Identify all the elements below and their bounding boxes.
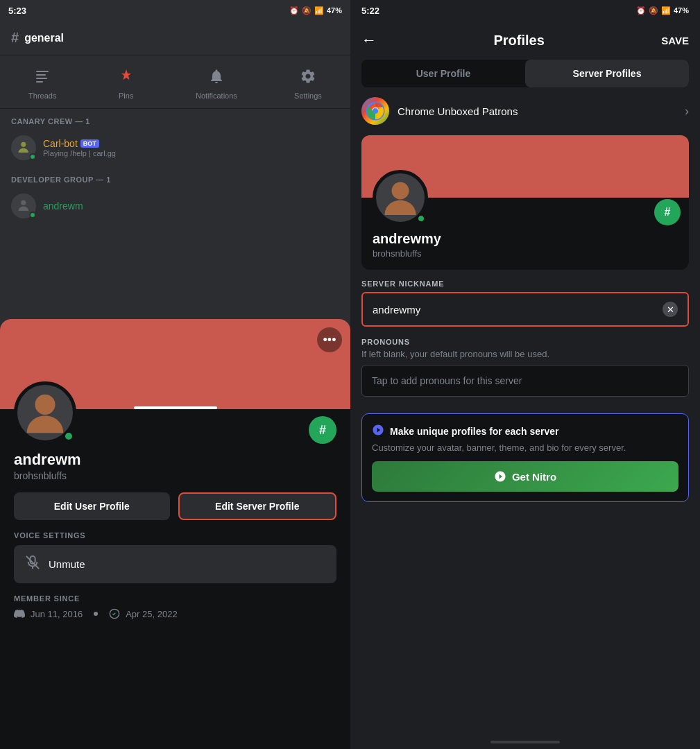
unmute-row[interactable]: Unmute — [14, 545, 336, 583]
profile-username-left: andrewm — [14, 451, 336, 469]
bot-badge: BOT — [80, 139, 99, 148]
svg-point-6 — [35, 395, 55, 415]
andrewm-avatar-img — [16, 198, 31, 214]
left-status-bar: 5:23 ⏰ 🔕 📶 47% — [0, 0, 350, 21]
profile-card-right: # andrewmy brohsnbluffs — [361, 135, 689, 270]
unmute-label: Unmute — [49, 558, 85, 570]
server-since-date: Apr 25, 2022 — [126, 609, 177, 619]
settings-icon — [296, 64, 321, 89]
battery-right: 47% — [674, 6, 689, 15]
mute-icon-r: 🔕 — [649, 6, 658, 15]
andrewm-item[interactable]: andrewm — [11, 189, 339, 223]
pins-action[interactable]: Pins — [114, 64, 139, 100]
profile-online-dot-right — [416, 214, 426, 223]
tab-user-profile[interactable]: User Profile — [361, 60, 525, 87]
chevron-right-icon: › — [685, 104, 689, 119]
more-menu-btn[interactable]: ••• — [317, 327, 342, 352]
tab-bar: User Profile Server Profiles — [361, 60, 689, 87]
channel-actions: Threads Pins Notifications — [0, 55, 350, 109]
channel-name: general — [24, 32, 64, 44]
member-since-section: MEMBER SINCE Jun 11, 2016 Apr 25, 2022 — [0, 594, 350, 619]
tab-server-profiles[interactable]: Server Profiles — [525, 60, 689, 87]
edit-user-profile-btn[interactable]: Edit User Profile — [14, 492, 170, 520]
svg-point-4 — [21, 142, 26, 147]
threads-icon — [30, 64, 55, 89]
notifications-action[interactable]: Notifications — [196, 64, 237, 100]
hash-btn-right[interactable]: # — [654, 199, 681, 225]
dev-group-label: DEVELOPER GROUP — 1 — [11, 175, 339, 184]
carlbot-avatar-img — [16, 140, 31, 155]
svg-point-12 — [373, 108, 378, 114]
server-list-item[interactable]: Chrome Unboxed Patrons › — [350, 87, 700, 135]
carlbot-online-dot — [29, 153, 36, 160]
voice-settings-section: VOICE SETTINGS Unmute — [0, 531, 350, 594]
nitro-svg-icon — [372, 424, 384, 436]
hash-icon-left: # — [319, 423, 326, 438]
threads-action[interactable]: Threads — [28, 64, 56, 100]
pins-icon — [114, 64, 139, 89]
back-btn[interactable]: ← — [361, 31, 377, 49]
nitro-title-text: Make unique profiles for each server — [390, 426, 559, 437]
carlbot-name-row: Carl-bot BOT — [43, 138, 116, 149]
chrome-icon — [366, 101, 385, 121]
svg-rect-1 — [36, 74, 46, 76]
carlbot-name: Carl-bot — [43, 138, 78, 149]
canary-crew-section: CANARY CREW — 1 Carl-bot BOT — [0, 109, 350, 167]
andrewm-info: andrewm — [43, 200, 83, 212]
profile-handle-left: brohsnbluffs — [14, 470, 336, 481]
svg-rect-0 — [36, 71, 49, 72]
svg-rect-2 — [36, 78, 47, 79]
discord-icon — [14, 608, 25, 619]
server-since-item: Apr 25, 2022 — [109, 608, 177, 619]
server-icon — [361, 97, 389, 125]
nickname-input[interactable] — [373, 304, 663, 316]
hash-btn-left[interactable]: # — [309, 416, 336, 444]
nitro-description: Customize your avatar, banner, theme, an… — [372, 442, 678, 453]
carlbot-avatar — [11, 135, 36, 160]
threads-label: Threads — [28, 92, 56, 100]
left-panel: 5:23 ⏰ 🔕 📶 47% # general Threads — [0, 0, 350, 749]
profile-username-right: andrewmy — [373, 231, 678, 247]
voice-settings-label: VOICE SETTINGS — [14, 531, 336, 540]
pronouns-input[interactable]: Tap to add pronouns for this server — [361, 365, 689, 397]
more-menu-icon: ••• — [323, 333, 336, 347]
profile-banner-left: ••• # — [0, 319, 350, 409]
carlbot-item[interactable]: Carl-bot BOT Playing /help | carl.gg — [11, 131, 339, 164]
discord-since-date: Jun 11, 2016 — [31, 609, 83, 619]
clear-icon: ✕ — [667, 304, 674, 315]
wifi-icon: 📶 — [314, 6, 324, 15]
profile-actions-left: Edit User Profile Edit Server Profile — [0, 492, 350, 531]
svg-point-13 — [392, 182, 409, 200]
profile-avatar-left — [14, 381, 76, 444]
andrewm-avatar — [11, 193, 36, 218]
clear-nickname-btn[interactable]: ✕ — [663, 302, 678, 317]
tab-user-profile-label: User Profile — [416, 68, 471, 79]
profile-online-dot-left — [63, 431, 74, 442]
pronouns-section: PRONOUNS If left blank, your default pro… — [350, 338, 700, 408]
settings-action[interactable]: Settings — [294, 64, 322, 100]
channel-header: # general — [0, 21, 350, 55]
get-nitro-btn[interactable]: Get Nitro — [372, 461, 678, 492]
nickname-input-wrap[interactable]: ✕ — [361, 292, 689, 327]
edit-server-profile-btn[interactable]: Edit Server Profile — [178, 492, 337, 520]
save-btn[interactable]: SAVE — [661, 35, 689, 46]
right-status-icons: ⏰ 🔕 📶 47% — [636, 6, 689, 15]
discord-since-item: Jun 11, 2016 — [14, 608, 83, 619]
member-since-row: Jun 11, 2016 Apr 25, 2022 — [14, 608, 336, 619]
profiles-title: Profiles — [385, 33, 653, 49]
profiles-header: ← Profiles SAVE — [350, 21, 700, 60]
pins-label: Pins — [119, 92, 133, 100]
left-status-icons: ⏰ 🔕 📶 47% — [289, 6, 342, 15]
nickname-label: SERVER NICKNAME — [361, 279, 689, 288]
wifi-icon-r: 📶 — [661, 6, 671, 15]
profile-sheet-left: ••• # andrewm brohsnbluffs Edit User Pro… — [0, 319, 350, 749]
nitro-icon — [372, 424, 384, 438]
hash-icon: # — [11, 30, 19, 46]
svg-rect-3 — [36, 81, 43, 83]
mute-icon: 🔕 — [302, 6, 311, 15]
pronouns-label: PRONOUNS — [361, 338, 689, 346]
server-since-icon — [109, 608, 120, 619]
nitro-card-title: Make unique profiles for each server — [372, 424, 678, 438]
scroll-handle — [134, 401, 217, 409]
alarm-icon: ⏰ — [289, 6, 299, 15]
